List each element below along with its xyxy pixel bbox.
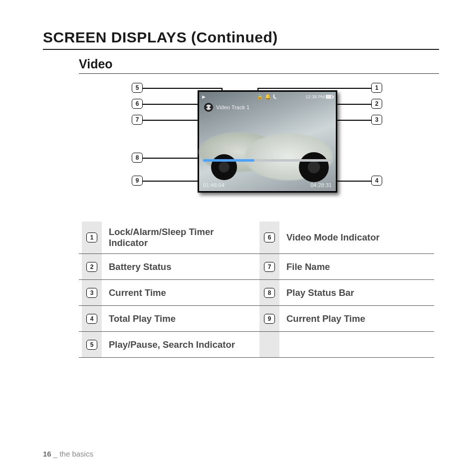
- page-footer: 16 _ the basics: [43, 450, 93, 458]
- legend-table: 1Lock/Alarm/Sleep Timer Indicator 6Video…: [79, 222, 434, 358]
- legend-row: 9Current Play Time: [256, 306, 434, 332]
- filename-row: Video Track 1: [199, 103, 336, 112]
- legend-label: Lock/Alarm/Sleep Timer Indicator: [109, 227, 251, 248]
- total-play-time: 04:28:31: [310, 182, 332, 188]
- manual-page: SCREEN DISPLAYS (Continued) Video 5 6 7 …: [0, 0, 476, 358]
- file-name: Video Track 1: [216, 104, 249, 110]
- callout-3: 3: [371, 115, 382, 125]
- legend-num: 5: [86, 340, 97, 350]
- sleep-icon: ⏾: [273, 94, 278, 99]
- legend-row: 3Current Time: [79, 280, 256, 306]
- lock-icon: 🔒: [257, 94, 263, 99]
- legend-row: 2Battery Status: [79, 254, 256, 280]
- legend-num: 7: [264, 262, 275, 272]
- callout-1: 1: [371, 83, 382, 93]
- screen-top-bar: ▶ 🔒 🔔 ⏾ 12:38 PM: [199, 92, 336, 102]
- callout-8: 8: [132, 153, 143, 163]
- legend-num: 1: [86, 233, 97, 242]
- legend-row: 1Lock/Alarm/Sleep Timer Indicator: [79, 222, 256, 254]
- page-number: 16: [43, 450, 51, 458]
- legend-label: Play Status Bar: [286, 287, 354, 298]
- legend-num: 4: [86, 314, 97, 324]
- callout-7: 7: [132, 115, 143, 125]
- callout-5: 5: [132, 83, 143, 93]
- alarm-icon: 🔔: [265, 94, 271, 99]
- legend-row: 7File Name: [256, 254, 434, 280]
- screen-diagram: 5 6 7 8 9 1 2 3 4 ▶ 🔒 🔔: [43, 83, 439, 208]
- legend-row: 6Video Mode Indicator: [256, 222, 434, 254]
- callout-9: 9: [132, 176, 143, 186]
- play-status-bar: [203, 159, 332, 162]
- video-mode-icon: [204, 103, 213, 112]
- legend-row: 8Play Status Bar: [256, 280, 434, 306]
- current-play-time: 01:46:04: [203, 182, 225, 188]
- legend-label: Play/Pause, Search Indicator: [109, 339, 235, 350]
- callout-2: 2: [371, 99, 382, 109]
- legend-label: Total Play Time: [109, 313, 176, 324]
- legend-row: [256, 332, 434, 358]
- legend-label: Video Mode Indicator: [286, 232, 380, 243]
- video-frame-illustration: [211, 154, 237, 180]
- section-title: Video: [79, 57, 439, 74]
- legend-label: Current Time: [109, 287, 166, 298]
- battery-icon: [326, 95, 333, 99]
- play-progress: [203, 159, 254, 162]
- legend-row: 5Play/Pause, Search Indicator: [79, 332, 256, 358]
- legend-row: 4Total Play Time: [79, 306, 256, 332]
- legend-num: 8: [264, 288, 275, 298]
- callout-6: 6: [132, 99, 143, 109]
- legend-num: 3: [86, 288, 97, 298]
- video-frame-illustration: [299, 152, 329, 182]
- legend-label: File Name: [286, 261, 330, 272]
- footer-section: the basics: [59, 450, 93, 458]
- legend-num: 6: [264, 233, 275, 242]
- video-screen: ▶ 🔒 🔔 ⏾ 12:38 PM Video Track 1 0: [198, 90, 337, 193]
- legend-label: Current Play Time: [286, 313, 365, 324]
- page-title: SCREEN DISPLAYS (Continued): [43, 29, 439, 50]
- legend-label: Battery Status: [109, 261, 171, 272]
- legend-num: 2: [86, 262, 97, 272]
- legend-num: 9: [264, 314, 275, 324]
- callout-4: 4: [371, 176, 382, 186]
